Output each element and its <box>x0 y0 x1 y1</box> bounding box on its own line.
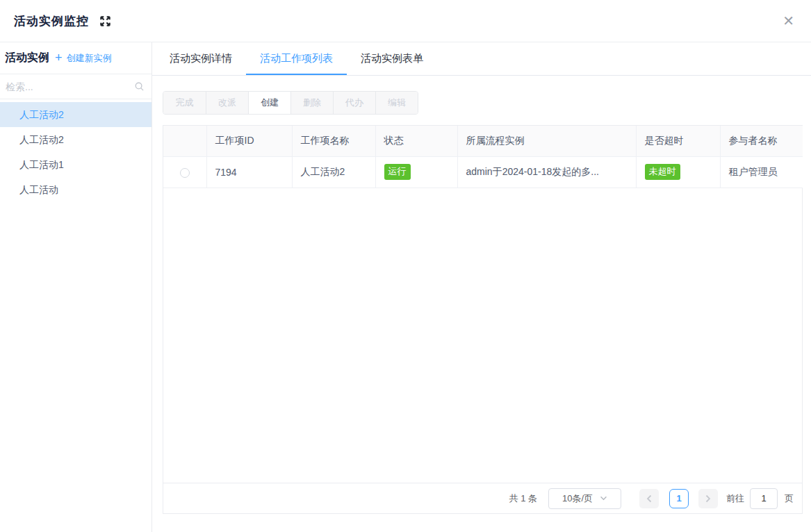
create-button[interactable]: 创建 <box>248 92 290 114</box>
dialog-title: 活动实例监控 <box>14 13 89 29</box>
edit-button[interactable]: 编辑 <box>375 92 418 114</box>
cell-participant: 租户管理员 <box>720 156 803 188</box>
complete-button[interactable]: 完成 <box>163 92 206 114</box>
chevron-down-icon <box>600 496 607 501</box>
page-unit-label: 页 <box>785 492 794 505</box>
row-radio[interactable] <box>180 168 190 178</box>
column-header-status: 状态 <box>375 126 457 156</box>
column-header-id: 工作项ID <box>206 126 292 156</box>
prev-page-button[interactable] <box>639 489 659 508</box>
page-number-button[interactable]: 1 <box>669 489 689 508</box>
plus-icon[interactable]: + <box>55 51 63 65</box>
workitem-table: 工作项ID 工作项名称 状态 所属流程实例 是否超时 参与者名称 <box>163 126 803 188</box>
close-icon[interactable]: ✕ <box>783 14 794 28</box>
list-item[interactable]: 人工活动1 <box>0 152 151 177</box>
search-input[interactable] <box>6 81 134 92</box>
goto-label: 前往 <box>726 492 744 505</box>
status-badge: 运行 <box>384 164 411 180</box>
delegate-button[interactable]: 代办 <box>333 92 375 114</box>
workitem-table-container: 工作项ID 工作项名称 状态 所属流程实例 是否超时 参与者名称 <box>163 125 803 514</box>
cell-workitem-name: 人工活动2 <box>292 156 375 188</box>
instance-sidebar: 活动实例 + 创建新实例 人工活动2 人工活动2 人工活动1 人工活动 <box>0 42 152 532</box>
main-panel: 活动实例详情 活动工作项列表 活动实例表单 完成 改派 创建 删除 代办 编辑 <box>152 42 811 532</box>
search-icon <box>134 81 145 92</box>
sidebar-search <box>0 74 151 99</box>
dialog-body: 活动实例 + 创建新实例 人工活动2 人工活动2 人工活动1 人工活动 <box>0 42 811 532</box>
chevron-left-icon <box>646 494 652 503</box>
delete-button[interactable]: 删除 <box>290 92 333 114</box>
page-size-value: 10条/页 <box>562 492 593 505</box>
tab-bar: 活动实例详情 活动工作项列表 活动实例表单 <box>152 42 811 76</box>
table-row[interactable]: 7194 人工活动2 运行 admin于2024-01-18发起的多... 未超… <box>163 156 803 188</box>
list-item[interactable]: 人工活动 <box>0 177 151 202</box>
activity-monitor-dialog: 活动实例监控 ✕ 活动实例 + 创建新实例 <box>0 0 811 532</box>
tab-instance-form[interactable]: 活动实例表单 <box>347 42 437 75</box>
tab-instance-detail[interactable]: 活动实例详情 <box>170 42 246 75</box>
reassign-button[interactable]: 改派 <box>206 92 248 114</box>
timeout-badge: 未超时 <box>645 164 680 180</box>
total-count: 共 1 条 <box>509 492 537 505</box>
column-header-timeout: 是否超时 <box>636 126 720 156</box>
instance-list: 人工活动2 人工活动2 人工活动1 人工活动 <box>0 99 151 532</box>
goto-page-input[interactable] <box>750 488 778 509</box>
pagination-bar: 共 1 条 10条/页 <box>163 483 802 513</box>
radio-column-header <box>163 126 206 156</box>
toolbar-button-group: 完成 改派 创建 删除 代办 编辑 <box>163 91 418 115</box>
column-header-process: 所属流程实例 <box>457 126 636 156</box>
expand-icon[interactable] <box>99 15 112 28</box>
cell-workitem-id: 7194 <box>206 156 292 188</box>
tab-content: 完成 改派 创建 删除 代办 编辑 <box>152 76 811 532</box>
list-item[interactable]: 人工活动2 <box>0 127 151 152</box>
chevron-right-icon <box>705 494 711 503</box>
sidebar-header: 活动实例 + 创建新实例 <box>0 42 151 74</box>
page-size-select[interactable]: 10条/页 <box>548 488 621 509</box>
cell-process-instance: admin于2024-01-18发起的多... <box>457 156 636 188</box>
next-page-button[interactable] <box>698 489 718 508</box>
workitem-toolbar: 完成 改派 创建 删除 代办 编辑 <box>163 91 803 115</box>
column-header-name: 工作项名称 <box>292 126 375 156</box>
table-empty-area <box>163 188 802 483</box>
dialog-header: 活动实例监控 ✕ <box>0 0 811 42</box>
column-header-participant: 参与者名称 <box>720 126 803 156</box>
list-item[interactable]: 人工活动2 <box>0 102 151 127</box>
tab-workitem-list[interactable]: 活动工作项列表 <box>246 42 347 75</box>
table-header-row: 工作项ID 工作项名称 状态 所属流程实例 是否超时 参与者名称 <box>163 126 803 156</box>
sidebar-title: 活动实例 <box>5 51 49 65</box>
create-instance-link[interactable]: 创建新实例 <box>67 52 112 65</box>
